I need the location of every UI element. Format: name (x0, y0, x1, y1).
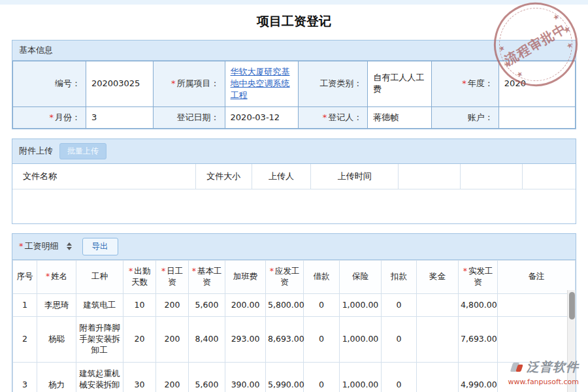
salary-header-row: 序号*姓名工种*出勤天数*日工资*基本工资加班费*应发工资借款保险扣款奖金*实发… (13, 260, 576, 293)
salary-cell (417, 317, 459, 363)
basic-info-title: 基本信息 (19, 44, 53, 56)
salary-cell (417, 293, 459, 317)
salary-cell: 建筑电工 (76, 293, 123, 317)
salary-cell: 李思琦 (37, 293, 76, 317)
salary-row[interactable]: 1李思琦建筑电工102005,600200.005,800.0001,000.0… (13, 293, 576, 317)
salary-cell: 20 (123, 317, 156, 363)
salary-cell: 8,693.00 (266, 317, 304, 363)
salary-cell (498, 293, 576, 317)
field-value-code: 202003025 (86, 61, 153, 107)
salary-cell: 建筑起重机械安装拆卸工 (76, 363, 123, 392)
salary-cell: 390.00 (225, 363, 266, 392)
salary-cell: 0 (304, 363, 340, 392)
vendor-url[interactable]: www.fanpusoft.com (508, 378, 579, 386)
field-value-registrant: 蒋德帧 (368, 106, 431, 128)
required-mark: * (19, 241, 24, 251)
scrollbar-thumb[interactable] (569, 292, 575, 319)
field-label-text: 月份： (55, 112, 80, 122)
salary-cell: 0 (382, 363, 417, 392)
required-mark: * (161, 266, 165, 276)
required-mark: * (49, 112, 54, 122)
basic-info-header: 基本信息 (12, 41, 576, 61)
sort-desc-icon (67, 247, 72, 250)
basic-info-row-1: 编号： 202003025 *所属项目： 华软大厦研究基地中央空调系统工程 工资… (13, 61, 576, 107)
salary-cell: 附着升降脚手架安装拆卸工 (76, 317, 123, 363)
attachment-panel: 附件上传 批量上传 文件名称文件大小上传人上传时间 (12, 139, 576, 224)
salary-col-header: 工种 (76, 260, 123, 293)
vendor-brand-text: 泛普软件 (527, 359, 579, 376)
salary-col-header: 奖金 (417, 260, 459, 293)
salary-cell: 5,600 (189, 363, 225, 392)
attachment-col-header: 上传时间 (311, 164, 399, 189)
salary-cell: 5,600 (189, 293, 225, 317)
salary-col-header: 序号 (13, 260, 37, 293)
salary-col-header: *出勤天数 (123, 260, 156, 293)
required-mark: * (270, 266, 274, 276)
field-label-code: 编号： (13, 61, 86, 107)
field-label-text: 年度： (468, 78, 493, 88)
attachment-col-header: 文件名称 (12, 164, 195, 189)
sort-icon[interactable] (67, 242, 72, 250)
salary-cell (498, 317, 576, 363)
field-label-salary-type: 工资类别： (298, 61, 368, 107)
salary-cell: 200 (156, 293, 189, 317)
basic-info-table: 编号： 202003025 *所属项目： 华软大厦研究基地中央空调系统工程 工资… (12, 61, 576, 129)
field-label-month: *月份： (13, 106, 86, 128)
vertical-scrollbar[interactable] (567, 290, 576, 392)
salary-cell: 5,800.00 (266, 293, 304, 317)
page-title: 项目工资登记 (0, 5, 588, 40)
salary-cell: 0 (304, 293, 340, 317)
attachment-table: 文件名称文件大小上传人上传时间 (12, 164, 576, 189)
field-label-register-date: 登记日期： (154, 106, 225, 128)
salary-row[interactable]: 3杨力建筑起重机械安装拆卸工302005,600390.005,990.0001… (13, 363, 576, 392)
field-label-project: *所属项目： (154, 61, 225, 107)
salary-cell: 0 (304, 317, 340, 363)
salary-cell: 30 (123, 363, 156, 392)
salary-cell: 杨力 (37, 363, 76, 392)
salary-col-header: *日工资 (156, 260, 189, 293)
salary-col-header: *应发工资 (266, 260, 304, 293)
attachment-col-header: 上传人 (252, 164, 311, 189)
field-label-text: 工资类别： (319, 78, 362, 88)
attachment-col-header-empty (398, 164, 460, 189)
vendor-logo-icon (510, 361, 523, 373)
page-top-strip (0, 0, 588, 5)
basic-info-row-2: *月份： 3 登记日期： 2020-03-12 *登记人： 蒋德帧 账户： (13, 106, 576, 128)
required-mark: * (323, 112, 327, 122)
salary-cell: 293.00 (225, 317, 266, 363)
field-label-registrant: *登记人： (298, 106, 368, 128)
required-mark: * (129, 266, 133, 276)
salary-cell: 8,400 (189, 317, 225, 363)
salary-row[interactable]: 2杨聪附着升降脚手架安装拆卸工202008,400293.008,693.000… (13, 317, 576, 363)
salary-cell: 5,990.00 (266, 363, 304, 392)
export-button[interactable]: 导出 (82, 238, 118, 255)
field-label-year: *年度： (431, 61, 498, 107)
batch-upload-button[interactable]: 批量上传 (59, 143, 106, 159)
salary-details-panel: *工资明细 导出 序号*姓名工种*出勤天数*日工资*基本工资加班费*应发工资借款… (12, 233, 576, 392)
salary-details-header: *工资明细 导出 (12, 234, 576, 260)
project-link[interactable]: 华软大厦研究基地中央空调系统工程 (231, 67, 290, 100)
required-mark: * (192, 266, 196, 276)
salary-col-header: *姓名 (37, 260, 76, 293)
salary-cell: 7,693.00 (459, 317, 498, 363)
salary-details-title: *工资明细 (19, 240, 59, 252)
required-mark: * (171, 78, 176, 88)
salary-cell: 200.00 (225, 293, 266, 317)
salary-cell: 200 (156, 317, 189, 363)
salary-table-body: 1李思琦建筑电工102005,600200.005,800.0001,000.0… (13, 293, 576, 392)
attachment-col-header: 文件大小 (195, 164, 252, 189)
salary-cell: 1,000.00 (340, 317, 382, 363)
salary-registration-page: 项目工资登记 ★ ★ ★ ★ ★ ★ 流程审批中 基本信息 编号： 202003… (0, 0, 588, 392)
salary-cell: 0 (382, 317, 417, 363)
field-value-register-date: 2020-03-12 (225, 106, 298, 128)
salary-col-header: 备注 (498, 260, 576, 293)
field-value-month: 3 (86, 106, 153, 128)
salary-cell: 200 (156, 363, 189, 392)
salary-table: 序号*姓名工种*出勤天数*日工资*基本工资加班费*应发工资借款保险扣款奖金*实发… (12, 260, 576, 392)
salary-cell: 1 (13, 293, 37, 317)
field-label-text: 登记日期： (177, 112, 220, 122)
vendor-logo: 泛普软件 (510, 359, 579, 376)
field-label-text: 编号： (55, 78, 80, 88)
field-label-text: 所属项目： (177, 78, 220, 88)
attachment-col-header-empty (522, 164, 576, 189)
